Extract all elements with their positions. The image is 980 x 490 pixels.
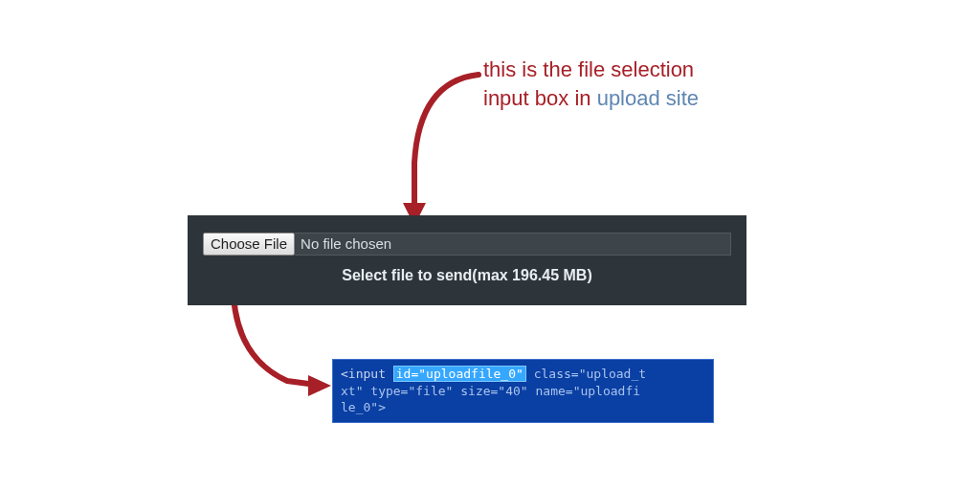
upload-hint: Select file to send(max 196.45 MB) (203, 267, 731, 284)
file-input-row: Choose File No file chosen (203, 233, 731, 256)
code-post3: le_0"> (341, 400, 386, 414)
code-highlight: id="uploadfile_0" (393, 366, 526, 382)
code-pre: <input (341, 367, 393, 381)
devtools-snippet: <input id="uploadfile_0" class="upload_t… (332, 359, 714, 423)
code-post1: class="upload_t (526, 367, 646, 381)
arrow-bottom-head (308, 375, 331, 396)
arrow-top-path (414, 75, 479, 209)
annotation-text: this is the file selection input box in … (483, 56, 809, 112)
annotation-line1: this is the file selection (483, 57, 694, 81)
choose-file-button[interactable]: Choose File (203, 233, 295, 256)
annotation-link: upload site (597, 86, 699, 110)
annotation-line2-pre: input box in (483, 86, 597, 110)
code-post2: xt" type="file" size="40" name="uploadfi (341, 384, 640, 398)
upload-panel: Choose File No file chosen Select file t… (188, 215, 746, 305)
file-name-display[interactable]: No file chosen (295, 233, 731, 256)
